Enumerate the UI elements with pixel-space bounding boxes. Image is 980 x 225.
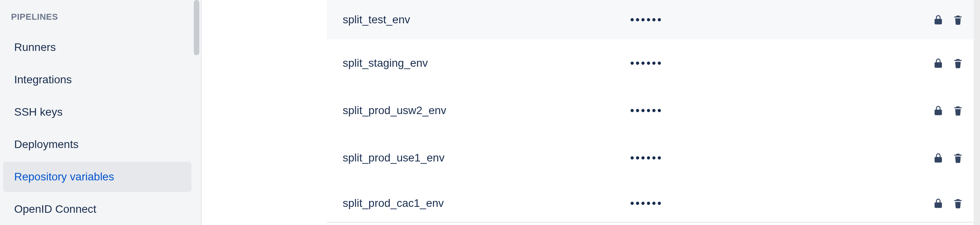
trash-icon[interactable] bbox=[952, 152, 964, 164]
variable-value-masked: •••••• bbox=[630, 197, 932, 210]
sidebar-item-runners[interactable]: Runners bbox=[3, 32, 191, 62]
sidebar-item-repository-variables[interactable]: Repository variables bbox=[3, 162, 191, 192]
sidebar-item-label: Deployments bbox=[14, 138, 78, 151]
table-bottom-divider bbox=[327, 222, 980, 223]
variable-row[interactable]: split_test_env •••••• bbox=[327, 0, 980, 39]
variable-actions bbox=[932, 152, 980, 164]
variable-row[interactable]: split_prod_cac1_env •••••• bbox=[327, 182, 980, 225]
variable-actions bbox=[932, 57, 980, 69]
sidebar-item-label: OpenID Connect bbox=[14, 203, 97, 216]
sidebar-scrollbar-thumb[interactable] bbox=[194, 0, 199, 55]
trash-icon[interactable] bbox=[952, 13, 964, 26]
variable-name: split_staging_env bbox=[327, 57, 630, 69]
sidebar: PIPELINES Runners Integrations SSH keys … bbox=[0, 0, 201, 225]
sidebar-item-ssh-keys[interactable]: SSH keys bbox=[3, 97, 191, 127]
sidebar-item-label: Repository variables bbox=[14, 171, 114, 183]
variable-name: split_prod_usw2_env bbox=[327, 104, 630, 117]
sidebar-item-openid-connect[interactable]: OpenID Connect bbox=[3, 194, 191, 224]
variable-name: split_prod_use1_env bbox=[327, 152, 630, 164]
variable-actions bbox=[932, 197, 980, 210]
variable-value-masked: •••••• bbox=[630, 13, 932, 26]
lock-icon[interactable] bbox=[932, 104, 945, 117]
trash-icon[interactable] bbox=[952, 57, 964, 69]
trash-icon[interactable] bbox=[952, 197, 964, 210]
variable-row[interactable]: split_staging_env •••••• bbox=[327, 39, 980, 87]
variable-actions bbox=[932, 104, 980, 117]
variable-row[interactable]: split_prod_usw2_env •••••• bbox=[327, 87, 980, 134]
sidebar-item-integrations[interactable]: Integrations bbox=[3, 65, 191, 95]
variable-actions bbox=[932, 13, 980, 26]
trash-icon[interactable] bbox=[952, 104, 964, 117]
sidebar-divider bbox=[201, 0, 202, 225]
sidebar-item-label: SSH keys bbox=[14, 106, 63, 118]
lock-icon[interactable] bbox=[932, 13, 945, 26]
lock-icon[interactable] bbox=[932, 57, 945, 69]
lock-icon[interactable] bbox=[932, 152, 945, 164]
variable-value-masked: •••••• bbox=[630, 57, 932, 69]
variable-name: split_test_env bbox=[327, 13, 630, 26]
main-content: split_test_env •••••• split_staging_env … bbox=[201, 0, 980, 225]
variable-row[interactable]: split_prod_use1_env •••••• bbox=[327, 134, 980, 182]
variable-value-masked: •••••• bbox=[630, 104, 932, 117]
sidebar-scrollbar-track[interactable] bbox=[195, 0, 200, 225]
sidebar-item-label: Runners bbox=[14, 41, 56, 54]
sidebar-item-deployments[interactable]: Deployments bbox=[3, 129, 191, 159]
variable-value-masked: •••••• bbox=[630, 152, 932, 164]
variable-name: split_prod_cac1_env bbox=[327, 197, 630, 210]
sidebar-item-label: Integrations bbox=[14, 73, 72, 86]
app-layout: PIPELINES Runners Integrations SSH keys … bbox=[0, 0, 980, 225]
sidebar-section-heading: PIPELINES bbox=[0, 12, 201, 30]
lock-icon[interactable] bbox=[932, 197, 945, 210]
repository-variables-table: split_test_env •••••• split_staging_env … bbox=[327, 0, 980, 225]
main-scrollbar-track[interactable] bbox=[974, 0, 980, 225]
